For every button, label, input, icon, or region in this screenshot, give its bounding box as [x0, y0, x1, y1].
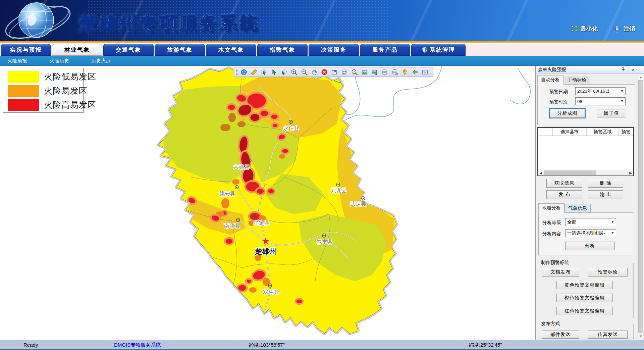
toolbar-grip[interactable]: [235, 69, 237, 76]
table-header-county: 选择县市: [553, 128, 587, 136]
scroll-right-icon[interactable]: ▶: [628, 171, 633, 175]
scrollbar-thumb[interactable]: [638, 80, 643, 333]
document-publish-button[interactable]: 文档发布: [542, 268, 579, 277]
county-label: 元谋县: [331, 188, 347, 193]
fire-risk-blob: [267, 188, 275, 194]
panel-tab-weather-info[interactable]: 气象信息: [565, 204, 591, 213]
tab-system-management[interactable]: 系统管理: [411, 44, 466, 56]
status-system-link[interactable]: DMGIS专项服务系统: [114, 342, 161, 348]
orange-warning-doc-button[interactable]: 橙色预警文档编辑: [556, 294, 613, 302]
fire-risk-blob: [220, 124, 230, 131]
panel-tab-geo-analysis[interactable]: 地理分析: [538, 203, 565, 213]
fire-risk-blob: [296, 299, 303, 304]
legend-row-low: 火险低易发区: [8, 70, 82, 83]
get-info-button[interactable]: 获取信息: [546, 179, 582, 188]
analysis-level-select[interactable]: 全部▼: [565, 218, 616, 226]
plotting-group-title: 制作预警标绘: [540, 260, 570, 266]
warning-date-select[interactable]: 2023年 6月16日▼: [575, 87, 626, 95]
minimize-button[interactable]: 最小化: [570, 24, 598, 33]
scroll-up-icon[interactable]: ▲: [638, 74, 644, 80]
zoom-out-icon[interactable]: [299, 68, 309, 76]
zoom-in-icon[interactable]: [289, 68, 299, 76]
measure-icon[interactable]: [249, 68, 259, 76]
subtab-fire-risk-history[interactable]: 火险历史: [50, 56, 69, 66]
yellow-warning-doc-button[interactable]: 黄色预警文档编辑: [556, 281, 613, 289]
app-title: 楚雄州专项服务系统: [79, 11, 260, 35]
tab-hydrology-weather[interactable]: 水文气象: [206, 44, 256, 56]
panel-tab-auto-analysis[interactable]: 自动分析: [537, 75, 564, 85]
warning-plot-button[interactable]: 预警标绘: [588, 268, 628, 277]
header-banner: 楚雄州专项服务系统 最小化 注销: [0, 0, 644, 43]
fire-risk-blob: [228, 113, 236, 122]
tab-tourism-weather[interactable]: 旅游气象: [155, 44, 205, 56]
status-latitude: 纬度:25°32'45": [469, 342, 502, 348]
chevron-down-icon: ▼: [620, 99, 624, 103]
stop-icon[interactable]: [319, 68, 329, 76]
export-button[interactable]: 输 出: [588, 190, 623, 199]
county-seat-dot: [290, 121, 291, 122]
red-warning-doc-button[interactable]: 红色预警文档编辑: [556, 307, 613, 315]
analyze-button[interactable]: 分析: [565, 242, 615, 250]
scroll-down-icon[interactable]: ▼: [638, 334, 644, 339]
fax-send-button[interactable]: 传真发送: [588, 331, 628, 339]
export-image-icon[interactable]: [370, 68, 380, 76]
fire-risk-blob: [279, 154, 285, 159]
fire-risk-map[interactable]: 永仁县元谋县大姚县姚安县武定县牟定县南华县禄丰县双柏县★楚雄州: [141, 66, 535, 339]
fire-risk-blob: [256, 188, 265, 195]
back-arrow-icon[interactable]: [410, 68, 420, 76]
chevron-down-icon: ▼: [620, 89, 624, 93]
map-viewport[interactable]: 永仁县元谋县大姚县姚安县武定县牟定县南华县禄丰县双柏县★楚雄州 火险低易发区 火…: [0, 66, 535, 340]
refresh-icon[interactable]: [339, 68, 350, 76]
pin-marker-icon[interactable]: [400, 68, 410, 76]
tab-service-products[interactable]: 服务产品: [360, 44, 410, 56]
select-zoom-icon[interactable]: [279, 68, 289, 76]
print-icon[interactable]: [380, 68, 390, 76]
county-seat-dot: [337, 184, 338, 185]
warning-time-select[interactable]: 08▼: [575, 97, 626, 105]
hscroll-thumb[interactable]: [544, 170, 596, 175]
subtab-historical-fire-points[interactable]: 历史火点: [91, 56, 111, 66]
status-ready: Ready: [23, 342, 38, 348]
county-label: 姚安县: [219, 191, 235, 197]
tab-forestry-weather[interactable]: 林业气象: [52, 44, 102, 56]
legend-label-medium: 火险易发区: [44, 85, 88, 96]
panel-scrollbar[interactable]: ▲ ▼: [638, 74, 643, 339]
analysis-content-select[interactable]: 一请选择地理图层-▼: [565, 229, 616, 237]
county-seat-dot: [269, 285, 270, 286]
image-icon[interactable]: [360, 68, 370, 76]
scroll-left-icon[interactable]: ◀: [538, 171, 543, 175]
fire-risk-blob: [232, 179, 239, 185]
fire-risk-blob: [249, 287, 257, 293]
select-arrow-icon[interactable]: [269, 68, 279, 76]
pin-icon[interactable]: [620, 66, 626, 72]
tab-realtime-forecast[interactable]: 实况与预报: [1, 44, 51, 56]
table-hscrollbar[interactable]: ◀ ▶: [538, 170, 633, 176]
panel-tab-manual-plot[interactable]: 手动标绘: [564, 76, 590, 85]
email-send-button[interactable]: 邮件发送: [542, 331, 579, 339]
tab-traffic-weather[interactable]: 交通气象: [103, 44, 154, 56]
svg-text:?: ?: [353, 70, 355, 73]
analyze-to-map-button[interactable]: 分析成图: [550, 109, 585, 118]
publish-mode-title: 发布方式: [540, 321, 561, 327]
delete-button[interactable]: 删 除: [588, 179, 623, 188]
warning-results-table[interactable]: 选择县市 预警区域 预警 ◀ ▶: [537, 127, 634, 176]
close-icon[interactable]: ×: [630, 66, 636, 72]
county-seat-dot: [254, 216, 255, 217]
logout-button[interactable]: 注销: [613, 24, 635, 33]
extent-icon[interactable]: [329, 68, 339, 76]
select-circle-icon[interactable]: [259, 68, 269, 76]
pan-icon[interactable]: [309, 68, 319, 76]
publish-button[interactable]: 发 布: [546, 190, 582, 199]
warning-time-label: 预警时次: [549, 99, 568, 105]
globe-icon[interactable]: [239, 68, 249, 76]
legend-swatch-low: [8, 71, 39, 83]
status-longitude: 经度:103°56'57": [249, 342, 285, 348]
factor-value-button[interactable]: 因子值: [597, 109, 626, 117]
print-setup-icon[interactable]: [390, 68, 400, 76]
tab-index-weather[interactable]: 指数气象: [257, 44, 308, 56]
tab-decision-service[interactable]: 决策服务: [309, 44, 359, 56]
identify-icon[interactable]: ?: [350, 68, 360, 76]
table-header-row: 选择县市 预警区域 预警: [538, 128, 633, 136]
subtab-fire-risk-forecast[interactable]: 火险预报: [7, 56, 27, 66]
overview-map-icon[interactable]: [420, 68, 430, 76]
